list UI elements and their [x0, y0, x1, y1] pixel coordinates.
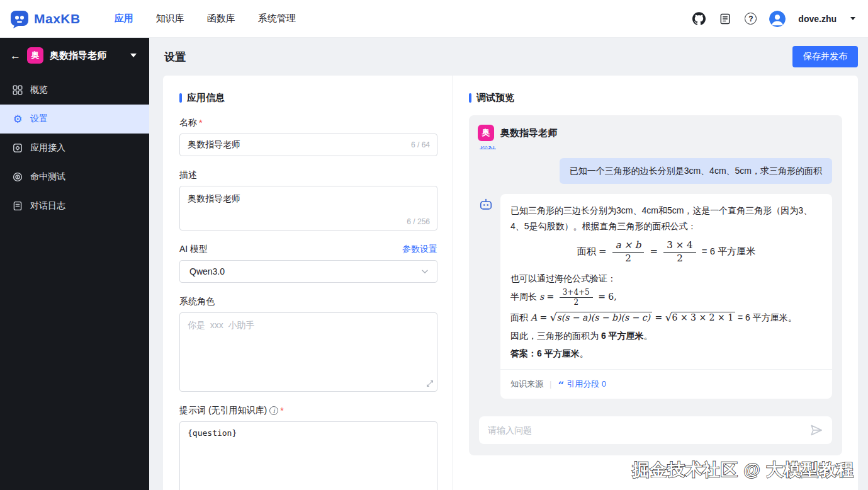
- role-label: 系统角色: [179, 296, 437, 307]
- description-textarea[interactable]: 奥数指导老师: [179, 186, 437, 231]
- answer-line: 答案：6 平方厘米。: [510, 346, 822, 362]
- prompt-label: 提示词 (无引用知识库) i *: [179, 405, 437, 416]
- heron-line-1: 半周长 s = 3+4+52 = 6,: [510, 288, 822, 307]
- gear-icon: ⚙: [12, 113, 23, 125]
- chat-question-input[interactable]: [488, 425, 809, 435]
- fraction-34: 3 × 4 2: [663, 239, 696, 265]
- sqrt-numeric: √6 × 3 × 2 × 1: [665, 312, 735, 322]
- prompt-textarea[interactable]: {question}: [179, 421, 437, 490]
- fraction-ab: a × b 2: [612, 239, 645, 265]
- model-field-group: AI 模型 参数设置 Qwen3.0: [179, 244, 437, 283]
- save-publish-button[interactable]: 保存并发布: [792, 46, 858, 67]
- required-asterisk: *: [199, 118, 202, 128]
- help-icon[interactable]: ?: [745, 13, 757, 25]
- docs-icon[interactable]: [718, 12, 732, 26]
- user-message-row: 已知一个三角形的边长分别是3cm、4cm、5cm，求三角形的面积: [469, 158, 842, 184]
- main-nav: 应用 知识库 函数库 系统管理: [115, 13, 296, 25]
- github-icon[interactable]: [692, 12, 706, 26]
- chat-header: 奥 奥数指导老师: [469, 115, 842, 146]
- info-icon[interactable]: i: [269, 406, 278, 415]
- description-char-count: 6 / 256: [407, 217, 430, 226]
- knowledge-source-label: 知识来源: [510, 377, 543, 391]
- app-sidebar: ← 奥 奥数指导老师 概览 ⚙ 设置 应用接入 命中测试: [0, 38, 149, 490]
- sidebar-header: ← 奥 奥数指导老师: [0, 38, 149, 72]
- maxkb-logo-icon: [10, 9, 29, 28]
- debug-preview-pane: 调试预览 奥 奥数指导老师 你好 已知一个三角形的边长分别是3cm、4cm、5c…: [453, 76, 858, 490]
- ai-paragraph-1: 已知三角形的三边长分别为3cm、4cm和5cm，这是一个直角三角形（因为3、4、…: [510, 203, 822, 234]
- chat-log-icon: [12, 200, 23, 212]
- send-icon[interactable]: [809, 423, 823, 437]
- heron-line-2: 面积 A = √s(s − a)(s − b)(s − c) = √6 × 3 …: [510, 308, 822, 328]
- heron-intro: 也可以通过海伦公式验证：: [510, 271, 822, 287]
- user-avatar[interactable]: [769, 11, 786, 27]
- chat-input-bar: [479, 416, 832, 444]
- chat-app-badge: 奥: [478, 125, 494, 141]
- nav-item-knowledge[interactable]: 知识库: [156, 13, 184, 25]
- nav-item-system[interactable]: 系统管理: [258, 13, 296, 25]
- main-header: 设置 保存并发布: [149, 38, 868, 76]
- model-label: AI 模型: [179, 244, 208, 255]
- clipped-greeting-link[interactable]: 你好: [480, 146, 842, 152]
- model-select[interactable]: Qwen3.0: [179, 260, 437, 283]
- user-menu-caret-icon[interactable]: [850, 17, 855, 20]
- page-title: 设置: [164, 50, 186, 64]
- ai-message-card: 已知三角形的三边长分别为3cm、4cm和5cm，这是一个直角三角形（因为3、4、…: [500, 194, 832, 399]
- top-navbar: MaxKB 应用 知识库 函数库 系统管理 ? dove.zhu: [0, 0, 868, 38]
- role-textarea[interactable]: [179, 312, 437, 392]
- app-access-icon: [12, 142, 23, 154]
- citation-link[interactable]: “ 引用分段 0: [558, 377, 606, 391]
- description-field-group: 描述 奥数指导老师 6 / 256: [179, 169, 437, 231]
- target-icon: [12, 171, 23, 183]
- app-switch-caret-icon[interactable]: [130, 54, 137, 57]
- sidebar-item-label: 设置: [30, 113, 48, 125]
- resize-handle-icon[interactable]: [426, 379, 434, 388]
- app-badge: 奥: [27, 47, 43, 64]
- ai-message-footer: 知识来源 | “ 引用分段 0: [500, 369, 832, 399]
- sidebar-item-hit-test[interactable]: 命中测试: [0, 162, 149, 191]
- required-asterisk: *: [280, 406, 283, 416]
- grid-icon: [12, 84, 23, 96]
- main-area: 设置 保存并发布 应用信息 名称* 6 / 64 描述 奥数: [149, 38, 868, 490]
- navbar-right: ? dove.zhu: [692, 11, 855, 27]
- sqrt-symbolic: √s(s − a)(s − b)(s − c): [550, 312, 652, 322]
- model-settings-link[interactable]: 参数设置: [402, 244, 437, 255]
- conclusion-line: 因此，三角形的面积为 6 平方厘米。: [510, 328, 822, 344]
- chat-preview-card: 奥 奥数指导老师 你好 已知一个三角形的边长分别是3cm、4cm、5cm，求三角…: [469, 115, 842, 455]
- section-accent-bar: [179, 93, 182, 103]
- app-info-form: 应用信息 名称* 6 / 64 描述 奥数指导老师 6 / 256: [163, 76, 453, 490]
- back-arrow-icon[interactable]: ←: [10, 50, 21, 61]
- quote-icon: “: [558, 382, 564, 389]
- sidebar-item-app-access[interactable]: 应用接入: [0, 134, 149, 162]
- chevron-down-icon: [420, 267, 429, 276]
- section-accent-bar: [469, 93, 471, 103]
- area-formula: 面积 = a × b 2 = 3 × 4 2 = 6 平方厘米: [510, 239, 822, 265]
- sidebar-item-label: 应用接入: [30, 142, 65, 154]
- role-field-group: 系统角色: [179, 296, 437, 392]
- sidebar-item-settings[interactable]: ⚙ 设置: [0, 105, 149, 134]
- name-input[interactable]: [179, 134, 437, 156]
- form-section-title: 应用信息: [179, 92, 437, 104]
- name-label: 名称*: [179, 117, 437, 128]
- sidebar-item-label: 概览: [30, 84, 48, 96]
- footer-divider: |: [550, 377, 551, 391]
- fraction-345: 3+4+52: [560, 288, 593, 307]
- sidebar-item-overview[interactable]: 概览: [0, 76, 149, 105]
- ai-message-row: 已知三角形的三边长分别为3cm、4cm和5cm，这是一个直角三角形（因为3、4、…: [469, 194, 842, 399]
- user-message-bubble: 已知一个三角形的边长分别是3cm、4cm、5cm，求三角形的面积: [560, 158, 832, 184]
- nav-item-apps[interactable]: 应用: [115, 13, 133, 25]
- sidebar-item-chat-log[interactable]: 对话日志: [0, 191, 149, 220]
- content-card: 应用信息 名称* 6 / 64 描述 奥数指导老师 6 / 256: [163, 76, 858, 490]
- name-char-count: 6 / 64: [411, 140, 430, 149]
- preview-section-title: 调试预览: [469, 92, 842, 104]
- prompt-field-group: 提示词 (无引用知识库) i * {question}: [179, 405, 437, 490]
- brand-name: MaxKB: [34, 11, 81, 26]
- chat-title: 奥数指导老师: [500, 127, 557, 139]
- sidebar-item-label: 对话日志: [30, 200, 65, 212]
- brand[interactable]: MaxKB: [10, 9, 81, 28]
- name-field-group: 名称* 6 / 64: [179, 117, 437, 156]
- nav-item-functions[interactable]: 函数库: [207, 13, 235, 25]
- sidebar-menu: 概览 ⚙ 设置 应用接入 命中测试 对话日志: [0, 76, 149, 220]
- model-selected-value: Qwen3.0: [189, 266, 225, 276]
- app-title: 奥数指导老师: [50, 50, 124, 62]
- user-name[interactable]: dove.zhu: [798, 14, 837, 24]
